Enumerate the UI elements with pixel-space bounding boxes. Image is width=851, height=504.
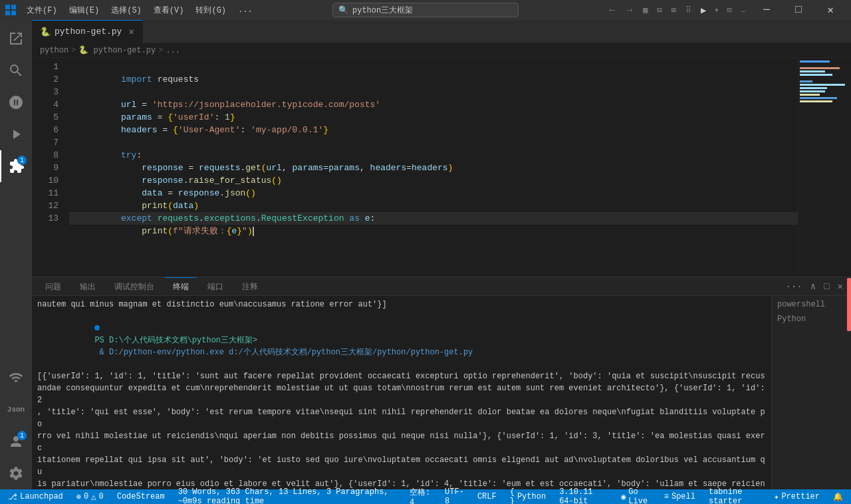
panel-action-close[interactable]: ✕ (835, 279, 846, 293)
panel-action-maximize[interactable]: □ (821, 280, 832, 293)
svg-rect-3 (11, 11, 16, 15)
status-python-version[interactable]: 3.10.11 64-bit (556, 489, 610, 504)
app-icon (5, 5, 16, 15)
menu-view[interactable]: 查看(V) (148, 2, 189, 19)
code-editor[interactable]: import requests url = 'https://jsonplace… (64, 58, 798, 277)
close-button[interactable]: ✕ (815, 0, 846, 20)
status-line-ending[interactable]: CRLF (475, 489, 499, 504)
terminal-right-panel: powershell Python (771, 296, 851, 489)
warning-icon: △ (91, 492, 96, 502)
breadcrumb-more[interactable]: ... (166, 46, 180, 55)
line-num-8: 8 (37, 149, 59, 162)
prettier-text: Prettier (781, 492, 820, 501)
status-codestream[interactable]: CodeStream (114, 489, 168, 504)
panel-tab-debug[interactable]: 调试控制台 (106, 277, 162, 296)
tab-bar: 🐍 python-get.py ✕ (32, 20, 851, 43)
code-line-3: url = 'https://jsonplaceholder.typicode.… (69, 86, 798, 98)
status-encoding[interactable]: UTF-8 (442, 489, 467, 504)
menu-file[interactable]: 文件(F) (21, 2, 62, 19)
panel-tab-comments[interactable]: 注释 (234, 277, 266, 296)
status-language[interactable]: { } Python (507, 489, 548, 504)
spell-icon: ≡ (664, 492, 669, 501)
panel-tab-output[interactable]: 输出 (72, 277, 104, 296)
terminal-content[interactable]: nautem qui minus magnam et distinctio eu… (32, 296, 771, 489)
activity-source-control[interactable] (0, 86, 32, 118)
terminal-command1: & D:/python-env/python.exe d:/个人代码技术文档/p… (94, 348, 473, 357)
status-golive[interactable]: ◉ Go Live (618, 489, 654, 504)
python-version-text: 3.10.11 64-bit (559, 487, 608, 504)
line-ending-text: CRLF (477, 492, 497, 501)
tab-python-get[interactable]: 🐍 python-get.py ✕ (32, 20, 143, 43)
tab-label: python-get.py (55, 27, 122, 37)
status-notifications[interactable]: 🔔 (830, 489, 846, 504)
terminal-line-cmd1: PS D:\个人代码技术文档\python三大框架> & D:/python-e… (37, 311, 766, 370)
breadcrumb-sep1: > (71, 46, 76, 55)
status-indentation[interactable]: 空格: 4 (407, 489, 434, 504)
remote-icon: ⎇ (8, 492, 17, 502)
terminal-dot (94, 325, 100, 330)
grid-layout-icon[interactable]: ⊞ (668, 5, 680, 15)
panel-body: nautem qui minus magnam et distinctio eu… (32, 296, 851, 489)
language-text: Python (517, 492, 546, 501)
activity-extensions[interactable]: 1 (0, 150, 32, 182)
panel-layout-icon[interactable]: ▦ (639, 5, 652, 15)
activity-run[interactable] (0, 118, 32, 150)
terminal-powershell[interactable]: powershell (775, 299, 848, 311)
status-warning-count: 0 (98, 492, 103, 501)
menu-more[interactable]: ... (233, 3, 258, 17)
activity-remote[interactable] (0, 362, 32, 394)
status-bar-right: 30 Words, 363 Chars, 13 Lines, 3 Paragra… (176, 489, 846, 504)
indentation-text: 空格: 4 (410, 487, 431, 505)
minimize-button[interactable]: ─ (751, 0, 782, 20)
codestream-label: CodeStream (117, 492, 165, 501)
line-num-1: 1 (37, 61, 59, 73)
line-num-6: 6 (37, 124, 59, 136)
line-num-10: 10 (37, 174, 59, 187)
line-num-2: 2 (37, 73, 59, 86)
terminal-python[interactable]: Python (775, 313, 848, 325)
activity-explorer[interactable] (0, 23, 32, 55)
status-remote[interactable]: ⎇ Launchpad (5, 489, 66, 504)
panel-action-more[interactable]: ··· (783, 280, 805, 293)
activity-json[interactable]: Json (0, 394, 32, 426)
activity-settings[interactable] (0, 457, 32, 489)
maximize-button[interactable]: □ (783, 0, 814, 20)
status-spell[interactable]: ≡ Spell (662, 489, 698, 504)
status-launchpad: Launchpad (20, 492, 63, 501)
breadcrumb-file[interactable]: 🐍 python-get.py (78, 45, 156, 55)
line-num-3: 3 (37, 86, 59, 98)
nav-back[interactable]: ← (604, 5, 620, 15)
menu-goto[interactable]: 转到(G) (190, 2, 231, 19)
line-num-7: 7 (37, 136, 59, 149)
more-actions-icon[interactable]: … (737, 5, 750, 15)
status-tabnine[interactable]: tabnine starter (706, 489, 763, 504)
title-bar-left: 文件(F) 编辑(E) 选择(S) 查看(V) 转到(G) ... (5, 2, 258, 19)
line-num-5: 5 (37, 111, 59, 124)
split-editor-icon[interactable]: ⊡ (723, 5, 736, 15)
dots-icon[interactable]: ⠿ (681, 5, 695, 15)
svg-rect-2 (5, 11, 10, 15)
tab-close-button[interactable]: ✕ (128, 26, 134, 37)
breadcrumb: python > 🐍 python-get.py > ... (32, 43, 851, 58)
split-layout-icon[interactable]: ⊟ (653, 5, 666, 15)
menu-edit[interactable]: 编辑(E) (64, 2, 105, 19)
nav-forward[interactable]: → (622, 5, 638, 15)
panel-tab-problems[interactable]: 问题 (37, 277, 69, 296)
status-prettier[interactable]: ✦ Prettier (771, 489, 822, 504)
activity-accounts[interactable]: 1 (0, 426, 32, 457)
extensions-badge: 1 (17, 156, 27, 165)
panel-action-collapse[interactable]: ∧ (808, 279, 818, 293)
search-box[interactable]: 🔍 python三大框架 (332, 3, 519, 17)
status-word-count[interactable]: 30 Words, 363 Chars, 13 Lines, 3 Paragra… (176, 489, 399, 504)
run-button[interactable]: ▶ (697, 5, 710, 16)
run-dropdown[interactable]: ▾ (711, 5, 721, 15)
panel-tab-ports[interactable]: 端口 (199, 277, 231, 296)
panel-tab-terminal[interactable]: 终端 (165, 277, 197, 296)
activity-search[interactable] (0, 55, 32, 86)
status-errors[interactable]: ⊗ 0 △ 0 (74, 489, 106, 504)
breadcrumb-python[interactable]: python (40, 46, 68, 55)
editor-content: 1 2 3 4 5 6 7 8 9 10 11 12 13 import req… (32, 58, 851, 277)
encoding-text: UTF-8 (445, 487, 464, 504)
menu-bar[interactable]: 文件(F) 编辑(E) 选择(S) 查看(V) 转到(G) ... (21, 2, 258, 19)
menu-select[interactable]: 选择(S) (106, 2, 147, 19)
